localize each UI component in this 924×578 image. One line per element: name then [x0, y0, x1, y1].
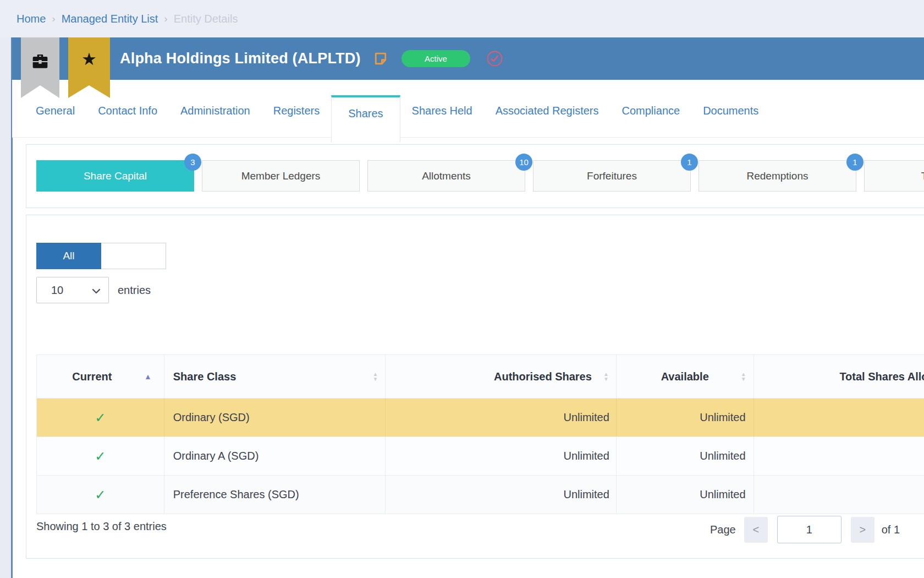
- subtab-label: Share Capital: [84, 170, 147, 182]
- table-header-row: Current ▲ Share Class ▲▼ Authorised Shar…: [37, 355, 924, 398]
- shares-subtabs-panel: Share Capital 3 Member Ledgers Allotment…: [26, 144, 924, 208]
- subtab-label: Allotments: [422, 170, 471, 182]
- subtab-share-capital[interactable]: Share Capital 3: [36, 160, 194, 192]
- count-badge: 3: [184, 154, 201, 171]
- next-page-button[interactable]: >: [851, 517, 875, 543]
- column-header-share-class[interactable]: Share Class ▲▼: [164, 355, 386, 398]
- page-label: Page: [710, 524, 736, 536]
- sort-icon: ▲▼: [741, 372, 746, 381]
- share-capital-panel: All 10 entries Current ▲ Share Class ▲▼ …: [26, 215, 924, 559]
- entries-label: entries: [118, 277, 151, 303]
- entries-per-page-value: 10: [51, 284, 63, 297]
- note-icon[interactable]: [373, 51, 388, 69]
- entity-tabbar: General Contact Info Administration Regi…: [12, 80, 924, 138]
- sort-icon: ▲▼: [603, 372, 609, 381]
- breadcrumb-home[interactable]: Home: [16, 13, 46, 25]
- tab-shares-held[interactable]: Shares Held: [400, 105, 484, 137]
- entity-title: Alpha Holdings Limited (ALPLTD): [120, 37, 361, 80]
- subtab-redemptions[interactable]: Redemptions 1: [698, 160, 856, 192]
- toggle-alternate[interactable]: [101, 243, 166, 269]
- subtab-forfeitures[interactable]: Forfeitures 1: [533, 160, 691, 192]
- column-header-total-shares-allotted[interactable]: Total Shares Allotted: [754, 355, 924, 398]
- pagination: Page < > of 1: [710, 516, 900, 543]
- column-header-current[interactable]: Current ▲: [37, 355, 164, 398]
- current-check-icon: ✓: [95, 488, 106, 501]
- share-class-cell: Ordinary (SGD): [173, 411, 250, 424]
- tab-shares[interactable]: Shares: [331, 95, 400, 142]
- status-badge: Active: [402, 50, 470, 67]
- tab-registers[interactable]: Registers: [262, 105, 331, 137]
- share-class-cell: Ordinary A (SGD): [173, 450, 259, 462]
- authorised-shares-cell: Unlimited: [563, 411, 609, 424]
- sort-ascending-icon: ▲: [144, 373, 152, 380]
- tab-associated-registers[interactable]: Associated Registers: [484, 105, 610, 137]
- available-cell: Unlimited: [700, 488, 745, 501]
- entity-header-bar: Alpha Holdings Limited (ALPLTD) Active: [12, 37, 924, 80]
- view-toggle: All: [36, 243, 166, 269]
- subtab-allotments[interactable]: Allotments 10: [367, 160, 525, 192]
- toggle-all[interactable]: All: [36, 243, 101, 269]
- breadcrumb-separator-icon: ›: [52, 13, 55, 25]
- subtab-label: Member Ledgers: [241, 170, 321, 182]
- subtab-label: Redemptions: [747, 170, 809, 182]
- table-row-preference-shares-sgd[interactable]: ✓ Preference Shares (SGD) Unlimited Unli…: [37, 475, 924, 514]
- left-gutter: [0, 37, 11, 578]
- current-check-icon: ✓: [95, 450, 106, 463]
- share-capital-table: Current ▲ Share Class ▲▼ Authorised Shar…: [36, 355, 924, 514]
- subtab-member-ledgers[interactable]: Member Ledgers: [202, 160, 360, 192]
- entries-per-page-select[interactable]: 10: [36, 277, 109, 303]
- subtab-label: Transfers: [921, 170, 924, 182]
- tab-documents[interactable]: Documents: [691, 105, 770, 137]
- tab-general[interactable]: General: [24, 105, 86, 137]
- count-badge: 1: [681, 154, 698, 171]
- previous-page-button[interactable]: <: [744, 517, 768, 543]
- tab-contact-info[interactable]: Contact Info: [86, 105, 169, 137]
- breadcrumb-separator-icon: ›: [164, 13, 167, 25]
- chevron-down-icon: [92, 284, 101, 297]
- verified-check-icon: [486, 50, 503, 69]
- available-cell: Unlimited: [700, 411, 745, 424]
- authorised-shares-cell: Unlimited: [563, 450, 609, 462]
- table-row-ordinary-a-sgd[interactable]: ✓ Ordinary A (SGD) Unlimited Unlimited: [37, 437, 924, 475]
- subtab-label: Forfeitures: [587, 170, 637, 182]
- column-header-authorised-shares[interactable]: Authorised Shares ▲▼: [386, 355, 617, 398]
- page-number-input[interactable]: [777, 516, 842, 543]
- table-row-ordinary-sgd[interactable]: ✓ Ordinary (SGD) Unlimited Unlimited: [37, 398, 924, 437]
- count-badge: 1: [846, 154, 864, 171]
- subtab-transfers[interactable]: Transfers: [864, 160, 924, 192]
- tab-compliance[interactable]: Compliance: [610, 105, 692, 137]
- tab-administration[interactable]: Administration: [169, 105, 262, 137]
- column-header-available[interactable]: Available ▲▼: [617, 355, 754, 398]
- count-badge: 10: [515, 154, 532, 171]
- breadcrumb: Home › Managed Entity List › Entity Deta…: [0, 0, 924, 37]
- current-check-icon: ✓: [95, 411, 106, 424]
- sort-icon: ▲▼: [372, 372, 378, 381]
- available-cell: Unlimited: [700, 450, 745, 462]
- authorised-shares-cell: Unlimited: [563, 488, 609, 501]
- showing-entries-text: Showing 1 to 3 of 3 entries: [36, 520, 167, 533]
- breadcrumb-managed-entity-list[interactable]: Managed Entity List: [62, 13, 158, 25]
- breadcrumb-entity-details: Entity Details: [174, 13, 238, 25]
- share-class-cell: Preference Shares (SGD): [173, 488, 299, 501]
- page-of-label: of 1: [882, 524, 900, 536]
